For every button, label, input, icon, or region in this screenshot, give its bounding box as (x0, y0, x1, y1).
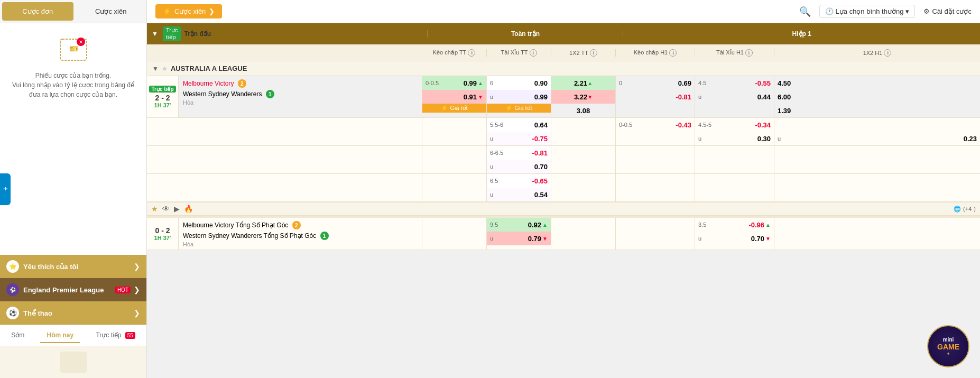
cuoc-xien-button[interactable]: ⚡ Cược xiên ❯ (155, 4, 222, 19)
coupon-empty-text: Phiếu cược của bạn trống. Vui lòng nhập … (12, 71, 134, 99)
match1-keo-h1-row2[interactable]: -0.81 (616, 90, 695, 104)
coupon-icon: 🎫 ✕ (52, 34, 95, 66)
match1-extra-row1: 5.5-6 0.64 u -0.75 0-0.5 -0.43 (147, 118, 980, 146)
match2-tai-arrow1: ▲ (542, 222, 548, 228)
tab-cuoc-don[interactable]: Cược đơn (2, 2, 73, 21)
match2-tai-h1-row2[interactable]: u 0.70 ▼ (695, 232, 774, 245)
match1-x2-row1[interactable]: 2.21 ▲ (551, 76, 615, 90)
match1-ext2-tai: 6-6.5 -0.81 u 0.70 (486, 146, 551, 173)
match1-team1: Melbourne Victory 2 (183, 78, 418, 89)
search-button[interactable]: 🔍 (799, 6, 811, 17)
match2-tai-h1-u-label: u (698, 235, 701, 242)
keo-info-icon[interactable]: ℹ (468, 49, 475, 57)
sh-tai: Tài Xỉu TT ℹ (486, 49, 551, 57)
match1-ext3-tai: 6.5 -0.65 u 0.54 (486, 174, 551, 201)
keo-h1-info-icon[interactable]: ℹ (669, 49, 677, 57)
match1-tai-h1-row1[interactable]: 4.5 -0.55 (695, 76, 774, 90)
keo-h1-label1: 0 (619, 80, 622, 86)
globe-icon: 🌐 (954, 206, 961, 213)
match1-score: 2 - 2 (155, 94, 170, 102)
truc-tiep-badge-header: Trực tiếp (163, 26, 184, 41)
match1-tai-h1-col: 4.5 -0.55 u 0.44 (695, 76, 774, 117)
tai-val2: 0.99 (534, 93, 548, 101)
match2-keo-h1-col (615, 218, 695, 250)
match2-tai-h1-row1[interactable]: 3.5 -0.96 ▲ (695, 218, 774, 232)
match2-score: 0 - 2 (155, 226, 170, 235)
star-action-icon[interactable]: ★ (151, 205, 158, 213)
yeu-thich-label: Yêu thích của tôi (23, 263, 134, 271)
match2-tai-h1-col: 3.5 -0.96 ▲ u 0.70 ▼ (695, 218, 774, 250)
ext2-tai-row1[interactable]: 6-6.5 -0.81 (487, 146, 551, 160)
scroll-placeholder (0, 346, 146, 378)
ext-x2-h1-row1 (774, 118, 980, 132)
ext-keo-h1-row1[interactable]: 0-0.5 -0.43 (616, 118, 695, 132)
match1-keo-row2[interactable]: 0.91 ▼ (422, 90, 486, 104)
match1-extra-row2: 6-6.5 -0.81 u 0.70 (147, 146, 980, 174)
tai-label: 6 (490, 80, 493, 86)
match1-x2-row2[interactable]: 3.22 ▼ (551, 90, 615, 104)
eye-action-icon[interactable]: 👁 (162, 205, 170, 213)
match1-tai-row2[interactable]: u 0.99 (487, 90, 551, 104)
match1-ext-tai-row2[interactable]: u -0.75 (487, 132, 551, 145)
match1-team2: Western Sydney Wanderers 1 (183, 89, 418, 99)
match2-tai-col: 9.5 0.92 ▲ u 0.79 ▼ (486, 218, 551, 250)
ext2-tai-row2[interactable]: u 0.70 (487, 160, 551, 173)
ext-tai-h1-row1[interactable]: 4.5-5 -0.34 (695, 118, 774, 132)
match1-x2-h1-row3[interactable]: 1.39 (774, 104, 980, 117)
keo-arrow1: ▲ (478, 80, 483, 86)
match1-keo-h1-row1[interactable]: 0 0.69 (616, 76, 695, 90)
keo-arrow2: ▼ (478, 94, 483, 100)
tab-hom-nay[interactable]: Hôm nay (40, 328, 80, 343)
match2-tai-row2[interactable]: u 0.79 ▼ (487, 232, 551, 245)
sidebar-yeu-thich[interactable]: ⭐ Yêu thích của tôi ❯ (0, 255, 146, 278)
ext-tai-h1-row2[interactable]: u 0.30 (695, 132, 774, 145)
tab-cuoc-xien-sidebar[interactable]: Cược xiên (76, 0, 147, 23)
sidebar-the-thao[interactable]: ⚽ Thể thao ❯ (0, 301, 146, 325)
match2-team2-badge: 1 (320, 232, 329, 240)
epl-icon: ⚽ (6, 283, 19, 296)
tai-h1-info-icon[interactable]: ℹ (745, 49, 753, 57)
sidebar-epl[interactable]: ⚽ England Premier League HOT ❯ (0, 278, 146, 301)
tai-info-icon[interactable]: ℹ (530, 49, 537, 57)
mini-game-button[interactable]: mini GAME ♠ (927, 325, 969, 367)
tab-truc-tiep[interactable]: Trực tiếp 55 (89, 328, 141, 343)
hiep1-header: Hiệp 1 (623, 30, 980, 38)
match2-tai-val2: 0.79 (528, 235, 541, 243)
play-action-icon[interactable]: ▶ (174, 205, 180, 213)
collapse-icon[interactable]: ▼ (147, 30, 163, 38)
match1-x2-h1-row1[interactable]: 4.50 (774, 76, 980, 90)
match1-ext3-x2-h1 (774, 174, 980, 201)
match1-tai-row1[interactable]: 6 0.90 (487, 76, 551, 90)
match1-ext-tai-row1[interactable]: 5.5-6 0.64 (487, 118, 551, 132)
telegram-button[interactable]: ✈ (0, 173, 11, 205)
match2-tai-row1[interactable]: 9.5 0.92 ▲ (487, 218, 551, 232)
league-star-icon[interactable]: ★ (162, 65, 168, 72)
bottom-tabs: Sớm Hôm nay Trực tiếp 55 (0, 325, 146, 346)
match2-tai-h1-arrow2: ▼ (765, 236, 771, 242)
x2-h1-val3: 1.39 (778, 107, 791, 115)
1x2-h1-info-icon[interactable]: ℹ (884, 49, 891, 57)
keo-label1: 0-0.5 (426, 80, 439, 86)
match1-tai-h1-row2[interactable]: u 0.44 (695, 90, 774, 104)
match1-x2-row3[interactable]: 3.08 (551, 104, 615, 117)
mini-game-label: mini GAME ♠ (937, 337, 959, 356)
ext-x2-h1-row2[interactable]: u 0.23 (774, 132, 980, 145)
fire-action-icon[interactable]: 🔥 (184, 205, 193, 213)
topbar: ⚡ Cược xiên ❯ 🔍 🕐 Lựa chọn bình thường ▾… (147, 0, 980, 23)
keo-val2: 0.91 (464, 93, 477, 101)
cai-dat-button[interactable]: ⚙ Cài đặt cược (923, 7, 972, 15)
league-row[interactable]: ▼ ★ AUSTRALIA A LEAGUE (147, 61, 980, 76)
x2-val1: 2.21 (574, 79, 587, 87)
ext3-tai-row2[interactable]: u 0.54 (487, 188, 551, 201)
match1-keo-row1[interactable]: 0-0.5 0.99 ▲ (422, 76, 486, 90)
scroll-area[interactable]: ▼ ★ AUSTRALIA A LEAGUE Trực tiếp 2 - 2 1… (147, 61, 980, 378)
league-collapse-icon[interactable]: ▼ (152, 65, 159, 72)
lua-chon-button[interactable]: 🕐 Lựa chọn bình thường ▾ (819, 5, 916, 18)
tai-u-label: u (490, 94, 493, 100)
match2-tai-h1-arrow1: ▲ (765, 222, 771, 228)
match1-x2-h1-row2[interactable]: 6.00 (774, 90, 980, 104)
table-header: ▼ Trực tiếp Trận đấu Toàn trận Hiệp 1 (147, 23, 980, 44)
1x2-info-icon[interactable]: ℹ (590, 49, 597, 57)
ext3-tai-row1[interactable]: 6.5 -0.65 (487, 174, 551, 188)
tab-som[interactable]: Sớm (5, 328, 31, 343)
